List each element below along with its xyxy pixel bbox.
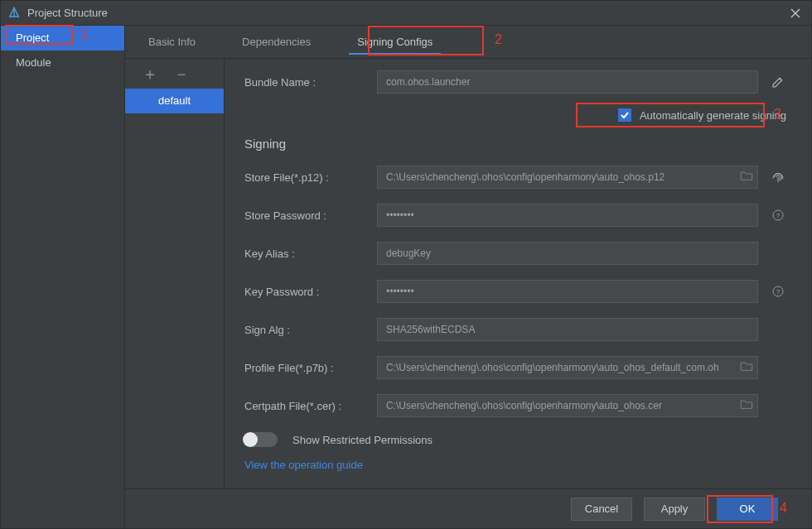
cancel-button[interactable]: Cancel xyxy=(571,498,632,521)
close-button[interactable] xyxy=(786,4,805,22)
tab-basic-info[interactable]: Basic Info xyxy=(125,26,219,58)
svg-text:?: ? xyxy=(776,288,781,296)
folder-icon xyxy=(740,360,753,372)
input-store-file[interactable] xyxy=(377,166,758,189)
input-key-alias[interactable] xyxy=(377,242,758,265)
input-sign-alg[interactable] xyxy=(377,318,758,341)
input-store-password[interactable] xyxy=(377,204,758,227)
label-store-password: Store Password : xyxy=(244,209,377,222)
label-key-alias: Key Alias : xyxy=(244,248,377,260)
sidebar: Project Module xyxy=(1,26,125,528)
apply-button[interactable]: Apply xyxy=(644,498,705,521)
svg-text:?: ? xyxy=(776,212,781,219)
folder-icon xyxy=(740,398,753,410)
sidebar-item-module[interactable]: Module xyxy=(1,50,124,75)
tab-dependencies[interactable]: Dependencies xyxy=(219,26,334,58)
link-operation-guide[interactable]: View the operation guide xyxy=(244,459,786,471)
check-icon xyxy=(620,110,630,120)
row-profile-file: Profile File(*.p7b) : . xyxy=(244,356,786,379)
row-auto-sign: Automatically generate signing xyxy=(244,108,786,122)
row-key-password: Key Password : ? xyxy=(244,280,786,303)
configs-toolbar: ＋ － xyxy=(125,59,224,89)
tab-signing-configs[interactable]: Signing Configs xyxy=(334,26,456,58)
label-store-file: Store File(*.p12) : xyxy=(244,171,377,184)
toggle-restricted-permissions[interactable] xyxy=(244,432,278,447)
configs-list-panel: ＋ － default xyxy=(125,59,225,488)
row-store-file: Store File(*.p12) : xyxy=(244,166,786,189)
help-icon: ? xyxy=(771,285,785,298)
add-config-button[interactable]: ＋ xyxy=(142,63,158,85)
label-profile-file: Profile File(*.p7b) : xyxy=(244,362,377,374)
label-bundle-name: Bundle Name : xyxy=(244,76,377,89)
titlebar: Project Structure xyxy=(1,1,811,26)
help-icon: ? xyxy=(771,209,785,222)
content: ＋ － default Bundle Name : xyxy=(125,59,811,488)
footer: Cancel Apply OK xyxy=(125,488,811,528)
section-signing-heading: Signing xyxy=(244,137,786,151)
input-key-password[interactable] xyxy=(377,280,758,303)
main-panel: Basic Info Dependencies Signing Configs … xyxy=(125,26,811,528)
label-sign-alg: Sign Alg : xyxy=(244,324,377,336)
form-panel: Bundle Name : Automatically generate sig… xyxy=(225,59,811,488)
row-certpath-file: Certpath File(*.cer) : . xyxy=(244,394,786,417)
browse-profile-file-button[interactable] xyxy=(740,360,753,374)
row-bundle-name: Bundle Name : xyxy=(244,70,786,94)
ok-button[interactable]: OK xyxy=(717,498,778,521)
close-icon xyxy=(790,8,800,18)
app-logo-icon xyxy=(7,7,21,20)
toggle-knob xyxy=(243,432,258,447)
row-restricted-permissions: Show Restricted Permissions xyxy=(244,432,786,447)
input-certpath-file[interactable] xyxy=(377,394,758,417)
row-sign-alg: Sign Alg : . xyxy=(244,318,786,341)
browse-store-file-button[interactable] xyxy=(740,170,753,184)
browse-certpath-file-button[interactable] xyxy=(740,398,753,412)
label-auto-sign: Automatically generate signing xyxy=(640,109,786,122)
label-certpath-file: Certpath File(*.cer) : xyxy=(244,400,377,412)
help-key-password[interactable]: ? xyxy=(770,285,786,298)
tabs: Basic Info Dependencies Signing Configs xyxy=(125,26,811,59)
window-title: Project Structure xyxy=(27,7,108,19)
input-profile-file[interactable] xyxy=(377,356,758,379)
fingerprint-button[interactable] xyxy=(770,170,786,185)
label-key-password: Key Password : xyxy=(244,286,377,298)
pencil-icon xyxy=(771,75,785,89)
remove-config-button[interactable]: － xyxy=(173,63,190,85)
row-store-password: Store Password : ? xyxy=(244,204,786,227)
dialog-body: Project Module Basic Info Dependencies S… xyxy=(1,26,811,528)
row-key-alias: Key Alias : . xyxy=(244,242,786,265)
config-item-default[interactable]: default xyxy=(125,89,224,113)
edit-bundle-name-button[interactable] xyxy=(770,75,786,89)
checkbox-auto-sign[interactable] xyxy=(618,108,631,122)
help-store-password[interactable]: ? xyxy=(770,209,786,222)
fingerprint-icon xyxy=(771,170,785,185)
label-restricted-permissions: Show Restricted Permissions xyxy=(292,434,433,446)
folder-icon xyxy=(740,170,753,181)
project-structure-dialog: Project Structure Project Module Basic I… xyxy=(0,0,812,529)
input-bundle-name[interactable] xyxy=(377,70,758,94)
sidebar-item-project[interactable]: Project xyxy=(1,26,124,50)
